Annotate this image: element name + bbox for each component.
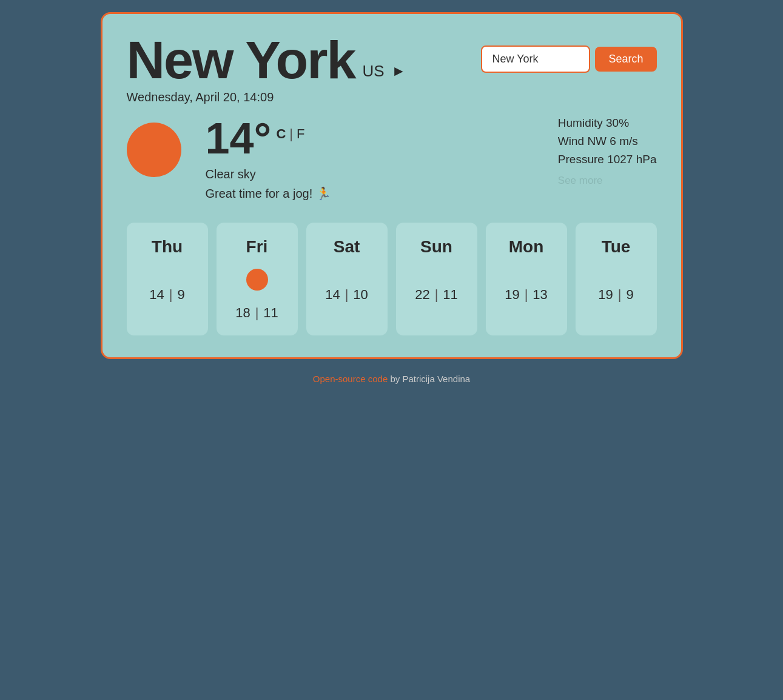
temp-divider: | [255,305,259,321]
temp-divider: | [169,287,173,303]
forecast-day: Mon [509,237,544,257]
forecast-low: 11 [263,305,278,321]
temp-divider: | [345,287,349,303]
forecast-high: 22 [415,287,429,303]
forecast-temps: 19 | 13 [505,287,548,303]
city-title: New York [127,33,355,87]
temp-block: 14° C | F Clear sky Great time for a jog… [206,116,331,201]
forecast-card: Sun 22 | 11 [396,223,477,335]
pressure: Pressure 1027 hPa [558,153,657,166]
city-block: New York US ► Wednesday, April 20, 14:09 [127,33,406,104]
weather-description: Clear sky [206,167,331,181]
forecast-day: Tue [602,237,631,257]
datetime: Wednesday, April 20, 14:09 [127,90,406,104]
see-more-link[interactable]: See more [558,175,657,187]
city-name-row: New York US ► [127,33,406,87]
forecast-temps: 19 | 9 [598,287,633,303]
temperature: 14° [206,116,272,160]
search-input[interactable] [481,45,590,73]
weather-card: New York US ► Wednesday, April 20, 14:09… [101,12,683,359]
wind: Wind NW 6 m/s [558,135,657,148]
forecast-low: 11 [443,287,457,303]
forecast-low: 10 [353,287,368,303]
forecast-day: Thu [152,237,183,257]
sun-icon [127,123,181,177]
forecast-card: Thu 14 | 9 [127,223,208,335]
footer: Open-source code by Patricija Vendina [313,374,470,384]
temp-divider: | [618,287,622,303]
stats-block: Humidity 30% Wind NW 6 m/s Pressure 1027… [558,116,657,187]
forecast-row: Thu 14 | 9Fri 18 | 11Sat 14 | 10Sun 22 |… [127,223,657,335]
attribution: by Patricija Vendina [388,374,470,384]
unit-divider: | [289,126,293,142]
forecast-high: 14 [325,287,340,303]
forecast-high: 19 [505,287,519,303]
forecast-card: Sat 14 | 10 [306,223,388,335]
unit-c[interactable]: C [276,126,286,142]
forecast-high: 19 [598,287,613,303]
temp-row: 14° C | F [206,116,331,160]
search-area: Search [481,45,656,73]
forecast-day: Sat [334,237,360,257]
header-row: New York US ► Wednesday, April 20, 14:09… [127,33,657,104]
forecast-day: Sun [420,237,452,257]
forecast-temps: 22 | 11 [415,287,458,303]
forecast-low: 9 [626,287,633,303]
open-source-link[interactable]: Open-source code [313,374,388,384]
forecast-temps: 18 | 11 [235,305,278,321]
forecast-low: 13 [533,287,547,303]
temp-divider: | [525,287,528,303]
search-button[interactable]: Search [595,47,656,72]
location-icon[interactable]: ► [392,62,406,79]
temp-divider: | [435,287,439,303]
svg-point-3 [246,269,268,291]
forecast-card: Tue 19 | 9 [576,223,657,335]
forecast-card: Mon 19 | 13 [486,223,567,335]
forecast-day: Fri [246,237,268,257]
forecast-low: 9 [177,287,184,303]
forecast-icon [239,266,275,295]
forecast-high: 18 [235,305,250,321]
forecast-high: 14 [149,287,164,303]
humidity: Humidity 30% [558,116,657,130]
country-code: US [362,62,384,81]
forecast-temps: 14 | 9 [149,287,184,303]
weather-main: 14° C | F Clear sky Great time for a jog… [127,116,657,201]
activity-text: Great time for a jog! 🏃 [206,186,331,201]
unit-switch: C | F [276,126,304,142]
forecast-card: Fri 18 | 11 [217,223,298,335]
unit-f[interactable]: F [297,126,304,142]
forecast-temps: 14 | 10 [325,287,368,303]
